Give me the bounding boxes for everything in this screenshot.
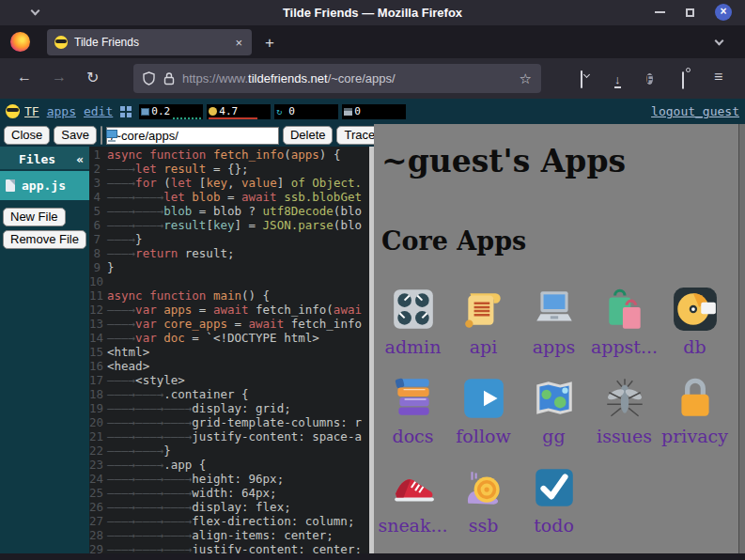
app-issues[interactable]: issues (589, 371, 660, 460)
running-shoe-icon[interactable] (390, 464, 437, 511)
code-line-23[interactable]: 23———→———→.app { (89, 458, 369, 472)
close-window-icon[interactable]: × (715, 4, 732, 21)
app-label[interactable]: appst... (591, 336, 658, 357)
minimize-icon[interactable] (655, 11, 665, 13)
code-line-27[interactable]: 27———→———→———→flex-direction: column; (89, 514, 369, 528)
code-line-18[interactable]: 18———→———→.container { (89, 387, 369, 401)
right-arrow-icon[interactable] (460, 375, 507, 422)
list-tabs-chevron-icon[interactable] (715, 37, 724, 46)
logout-link[interactable]: logout_guest (651, 104, 739, 118)
code-editor[interactable]: 1async function fetch_info(apps) {2———→l… (89, 147, 369, 553)
app-label[interactable]: admin (385, 336, 442, 357)
code-line-7[interactable]: 7———→} (89, 232, 369, 246)
app-label[interactable]: ssb (469, 515, 499, 536)
file-item-appjs[interactable]: app.js (0, 171, 89, 200)
code-line-16[interactable]: 16<head> (89, 359, 369, 373)
app-label[interactable]: privacy (661, 426, 728, 446)
code-line-17[interactable]: 17———→<style> (89, 373, 369, 387)
code-line-14[interactable]: 14———→var doc = `<!DOCTYPE html> (89, 331, 369, 345)
code-line-26[interactable]: 26———→———→———→display: flex; (89, 500, 369, 514)
app-label[interactable]: todo (534, 515, 574, 536)
bookmark-star-icon[interactable]: ☆ (520, 70, 532, 87)
code-line-8[interactable]: 8———→return result; (89, 246, 369, 260)
app-label[interactable]: sneak... (378, 515, 447, 536)
control-knobs-icon[interactable] (390, 286, 437, 333)
panel-scrollbar[interactable] (738, 124, 745, 553)
code-line-25[interactable]: 25———→———→———→width: 64px; (89, 486, 369, 500)
app-label[interactable]: apps (533, 336, 575, 357)
app-label[interactable]: db (683, 336, 706, 357)
code-line-19[interactable]: 19———→———→———→display: grid; (89, 401, 369, 415)
code-line-4[interactable]: 4———→———→let blob = await ssb.blobGet (89, 190, 369, 204)
shopping-bags-icon[interactable] (601, 286, 648, 333)
url-bar[interactable]: https://www.tildefriends.net/~core/apps/… (133, 64, 541, 93)
app-gg[interactable]: gg (519, 371, 589, 460)
locked-padlock-icon[interactable] (672, 375, 719, 422)
mosquito-icon[interactable] (601, 375, 648, 422)
code-line-29[interactable]: 29———→———→———→justify-content: center; (89, 542, 369, 553)
laptop-icon[interactable] (531, 286, 578, 333)
code-line-13[interactable]: 13———→var core_apps = await fetch_info (89, 317, 369, 331)
firefox-logo-icon[interactable] (10, 32, 30, 52)
code-line-3[interactable]: 3———→for (let [key, value] of Object. (89, 176, 369, 190)
app-label[interactable]: issues (597, 426, 652, 446)
browser-tab[interactable]: Tilde Friends × (47, 29, 252, 55)
menu-icon[interactable]: ≡ (714, 69, 722, 86)
code-line-11[interactable]: 11async function main() { (89, 288, 369, 303)
computer-disc-icon[interactable] (672, 286, 719, 333)
app-db[interactable]: db (660, 282, 730, 371)
app-label[interactable]: docs (393, 426, 434, 446)
save-button[interactable]: Save (54, 126, 97, 145)
app-privacy[interactable]: privacy (660, 371, 730, 460)
close-button[interactable]: Close (4, 126, 50, 145)
code-line-9[interactable]: 9} (89, 260, 369, 274)
app-ssb[interactable]: ssb (448, 460, 519, 550)
forward-button[interactable]: → (52, 69, 67, 86)
delete-button[interactable]: Delete (283, 126, 334, 145)
close-tab-icon[interactable]: × (233, 36, 244, 50)
app-apps[interactable]: apps (519, 282, 589, 371)
snail-icon[interactable] (460, 464, 507, 511)
code-line-6[interactable]: 6———→———→result[key] = JSON.parse(blo (89, 218, 369, 232)
code-line-5[interactable]: 5———→———→blob = blob ? utf8Decode(blo (89, 204, 369, 218)
pocket-icon[interactable] (581, 71, 582, 88)
lock-icon[interactable] (163, 71, 175, 86)
shield-icon[interactable] (143, 71, 155, 86)
code-line-28[interactable]: 28———→———→———→align-items: center; (89, 528, 369, 542)
new-tab-button[interactable]: + (265, 34, 274, 53)
back-button[interactable]: ← (17, 69, 32, 86)
account-icon[interactable]: F (646, 70, 653, 88)
apps-grid-icon[interactable] (120, 106, 132, 117)
app-todo[interactable]: todo (519, 460, 589, 550)
code-line-24[interactable]: 24———→———→———→height: 96px; (89, 472, 369, 486)
app-label[interactable]: gg (542, 426, 565, 446)
app-admin[interactable]: admin (378, 282, 448, 371)
edit-link[interactable]: edit (84, 104, 113, 118)
terminal-button[interactable] (101, 126, 102, 145)
app-label[interactable]: follow (456, 426, 510, 446)
app-label[interactable]: api (470, 336, 498, 357)
code-line-15[interactable]: 15<html> (89, 345, 369, 359)
code-line-10[interactable]: 10 (89, 274, 369, 288)
code-line-2[interactable]: 2———→let result = {}; (89, 162, 369, 176)
apps-link[interactable]: apps (47, 104, 76, 118)
world-map-icon[interactable] (531, 375, 578, 422)
books-icon[interactable] (390, 375, 437, 422)
tf-home-link[interactable]: TF (24, 104, 39, 118)
app-path-input[interactable] (106, 127, 279, 145)
reload-button[interactable]: ↻ (86, 69, 99, 86)
remove-file-button[interactable]: Remove File (3, 230, 86, 249)
app-follow[interactable]: follow (448, 371, 519, 460)
new-file-button[interactable]: New File (3, 208, 66, 226)
code-line-20[interactable]: 20———→———→———→grid-template-columns: r (89, 415, 369, 429)
app-appst[interactable]: appst... (589, 282, 660, 371)
scroll-icon[interactable] (460, 286, 507, 333)
code-line-21[interactable]: 21———→———→———→justify-content: space-a (89, 429, 369, 443)
code-line-22[interactable]: 22———→———→} (89, 443, 369, 458)
check-box-icon[interactable] (531, 464, 578, 511)
restore-icon[interactable] (686, 8, 694, 17)
downloads-icon[interactable]: ↓ (614, 70, 621, 87)
app-docs[interactable]: docs (378, 371, 448, 460)
app-sneak[interactable]: sneak... (378, 460, 448, 550)
code-line-1[interactable]: 1async function fetch_info(apps) { (89, 148, 369, 162)
